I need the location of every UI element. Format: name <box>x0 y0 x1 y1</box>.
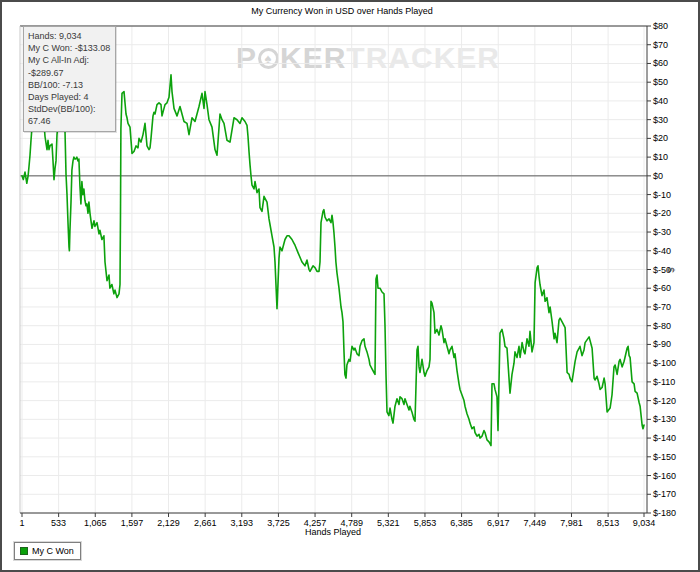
y-tick-label: $-10 <box>653 190 671 200</box>
graph-window: My Currency Won in USD over Hands Played… <box>0 0 700 572</box>
y-tick-label: $-180 <box>653 508 676 518</box>
y-tick-label: $70 <box>653 40 668 50</box>
stats-line: My C Won: -$133.08 <box>28 42 111 54</box>
y-tick-label: $-150 <box>653 452 676 462</box>
y-tick-label: $-70 <box>653 302 671 312</box>
hover-stats-box: Hands: 9,034My C Won: -$133.08My C All-I… <box>23 26 116 132</box>
y-tick-label: $-100 <box>653 358 676 368</box>
y-tick-label: $20 <box>653 133 668 143</box>
y-tick-label: $-90 <box>653 339 671 349</box>
stats-line: My C All-In Adj: -$289.67 <box>28 54 111 78</box>
y-tick-label: $-140 <box>653 433 676 443</box>
legend-swatch-icon <box>20 547 28 555</box>
y-axis-unit: $ <box>666 267 676 272</box>
x-axis-title: Hands Played <box>2 527 664 537</box>
y-tick-label: $-120 <box>653 396 676 406</box>
y-tick-label: $50 <box>653 77 668 87</box>
stats-line: Days Played: 4 <box>28 91 111 103</box>
y-tick-label: $-130 <box>653 414 676 424</box>
y-tick-label: $10 <box>653 152 668 162</box>
y-tick-label: $-40 <box>653 246 671 256</box>
stats-line: BB/100: -7.13 <box>28 79 111 91</box>
y-tick-label: $40 <box>653 96 668 106</box>
y-tick-label: $-30 <box>653 227 671 237</box>
y-tick-label: $-170 <box>653 489 676 499</box>
stats-line: StdDev(BB/100): 67.46 <box>28 103 111 127</box>
y-tick-label: $-60 <box>653 283 671 293</box>
y-tick-label: $-20 <box>653 208 671 218</box>
legend-box[interactable]: My C Won <box>14 542 81 560</box>
y-tick-label: $60 <box>653 58 668 68</box>
y-tick-label: $-80 <box>653 321 671 331</box>
y-tick-label: $-160 <box>653 471 676 481</box>
legend-label: My C Won <box>32 546 74 556</box>
y-tick-label: $0 <box>653 171 663 181</box>
y-tick-label: $-110 <box>653 377 675 387</box>
y-tick-label: $80 <box>653 21 668 31</box>
stats-line: Hands: 9,034 <box>28 30 111 42</box>
y-tick-label: $30 <box>653 115 668 125</box>
